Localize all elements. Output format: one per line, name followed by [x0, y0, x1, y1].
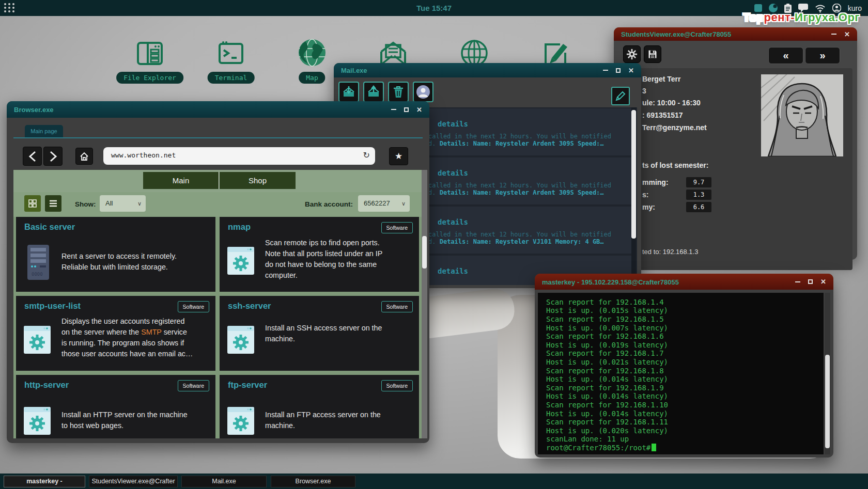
- item-badge: Software: [178, 380, 209, 391]
- url-text[interactable]: www.wortheon.net: [111, 151, 176, 159]
- url-bar[interactable]: www.wortheon.net ↻: [103, 147, 375, 165]
- terminal-titlebar[interactable]: masterkey - 195.102.229.158@Crafter78055…: [535, 274, 833, 290]
- terminal-scrollbar[interactable]: [825, 293, 830, 454]
- grade-label: my:: [642, 203, 655, 211]
- shop-item-nmap[interactable]: nmap Software Scan remote ips to find op…: [220, 217, 419, 292]
- terminal-scroll-thumb[interactable]: [825, 355, 830, 448]
- grade-value: 9.7: [686, 177, 711, 187]
- browser-scroll-thumb[interactable]: [422, 236, 427, 269]
- compose-button[interactable]: [611, 87, 630, 105]
- site-tab-shop[interactable]: Shop: [220, 172, 296, 189]
- forward-button[interactable]: [43, 147, 63, 166]
- file-explorer-icon[interactable]: [134, 37, 166, 69]
- shop-item-ssh-server[interactable]: ssh-server Software Install an SSH acces…: [220, 296, 419, 371]
- item-desc-line: Rent a server to access it remotely.: [61, 251, 210, 262]
- save-button[interactable]: [644, 45, 661, 63]
- mail-send-button[interactable]: [363, 82, 384, 102]
- terminal-line: Host is up. (0.014s latency): [546, 409, 668, 418]
- item-desc-line: Note that all ports listed under an IP: [265, 248, 414, 259]
- item-desc-line: machine.: [265, 334, 414, 344]
- back-button[interactable]: [23, 147, 42, 166]
- home-button[interactable]: [75, 148, 93, 165]
- shop-item-basic-server[interactable]: Basic server 0000 Rent a server to acces…: [16, 217, 215, 292]
- shop-item-smtp-user-list[interactable]: smtp-user-list Software Displays the use…: [16, 296, 215, 371]
- student-email: Terr@genzyme.net: [642, 123, 707, 132]
- chevron-down-icon: ∨: [137, 195, 142, 212]
- maximize-icon[interactable]: [616, 68, 621, 73]
- save-icon: [647, 49, 658, 59]
- mail-entry-subject[interactable]: details: [438, 120, 468, 128]
- minimize-icon[interactable]: [831, 34, 836, 35]
- close-icon[interactable]: ✕: [628, 67, 634, 74]
- close-icon[interactable]: ✕: [820, 278, 826, 285]
- item-desc-line: Install an HTTP server on the machine: [61, 409, 210, 420]
- mail-entry-subject[interactable]: details: [438, 267, 468, 275]
- students-title: StudentsViewer.exe@Crafter78055: [621, 30, 731, 38]
- shop-item-http-server[interactable]: http-server Software Install an HTTP ser…: [16, 375, 215, 438]
- avatar-icon: [416, 85, 430, 99]
- app-gear-icon: [24, 326, 51, 354]
- reload-icon[interactable]: ↻: [363, 150, 370, 160]
- mail-contacts-button[interactable]: [413, 82, 433, 102]
- mail-entry-subject[interactable]: details: [438, 218, 468, 226]
- browser-title: Browser.exe: [14, 106, 54, 114]
- shop-item-ftp-server[interactable]: ftp-server Software Install an FTP acces…: [220, 375, 419, 438]
- cursor: [652, 444, 656, 451]
- maximize-icon[interactable]: [808, 279, 813, 284]
- gear-icon: [626, 49, 638, 60]
- browser-scrollbar[interactable]: [422, 170, 427, 438]
- mail-entry-subject[interactable]: details: [438, 169, 468, 177]
- minimize-icon[interactable]: [391, 109, 396, 110]
- watermark: Торрент-Игруха.Орг: [743, 11, 860, 24]
- terminal-prompt[interactable]: root@Crafter78055:/root#: [546, 444, 656, 452]
- show-dropdown[interactable]: All∨: [100, 195, 146, 212]
- terminal-line: Host is up. (0.007s latency): [546, 324, 668, 332]
- item-desc-line: Displays the user accounts registered: [61, 316, 210, 327]
- file-explorer-label[interactable]: File Explorer: [116, 72, 183, 84]
- list-view-button[interactable]: [45, 195, 61, 212]
- item-badge: Software: [178, 301, 209, 312]
- terminal-line: Host is up. (0.015s latency): [546, 306, 668, 314]
- taskbar-item-studentsviewer[interactable]: StudentsViewer.exe@Crafter: [89, 476, 178, 487]
- terminal-title: masterkey - 195.102.229.158@Crafter78055: [542, 278, 679, 286]
- minimize-icon[interactable]: [795, 281, 800, 282]
- terminal-line: scanLan done: 11 up: [546, 435, 629, 443]
- back-icon: [28, 151, 37, 162]
- maximize-icon[interactable]: [404, 107, 409, 112]
- grade-label: mming:: [642, 178, 669, 186]
- students-titlebar[interactable]: StudentsViewer.exe@Crafter78055 ✕: [614, 27, 857, 41]
- terminal-output[interactable]: Scan report for 192.168.1.4 Host is up. …: [538, 293, 824, 454]
- mail-receive-button[interactable]: [338, 82, 359, 102]
- app-gear-icon: [227, 407, 254, 435]
- terminal-line: Scan report for 192.168.1.10: [546, 401, 668, 409]
- grid-view-button[interactable]: [24, 195, 41, 212]
- bank-account-dropdown[interactable]: 6562227∨: [358, 195, 410, 212]
- taskbar-item-browser[interactable]: Browser.exe: [271, 476, 355, 487]
- app-gear-icon: [227, 326, 254, 354]
- prev-student-button[interactable]: «: [768, 47, 803, 64]
- taskbar-item-masterkey[interactable]: masterkey -: [4, 476, 85, 487]
- close-icon[interactable]: ✕: [844, 31, 850, 38]
- mail-delete-button[interactable]: [388, 82, 409, 102]
- next-student-button[interactable]: »: [805, 47, 840, 64]
- item-name: Basic server: [24, 222, 75, 232]
- map-label[interactable]: Map: [299, 72, 325, 84]
- close-icon[interactable]: ✕: [416, 106, 422, 113]
- item-desc-line: machine.: [265, 420, 414, 431]
- map-icon[interactable]: [296, 37, 328, 69]
- mail-titlebar[interactable]: Mail.exe ✕: [334, 63, 641, 77]
- terminal-label[interactable]: Terminal: [208, 72, 255, 84]
- item-name: ftp-server: [228, 380, 267, 390]
- settings-button[interactable]: [623, 45, 641, 63]
- minimize-icon[interactable]: [603, 70, 608, 71]
- results-label: ts of lost semester:: [642, 161, 708, 169]
- mail-scrollbar[interactable]: [631, 107, 636, 285]
- browser-titlebar[interactable]: Browser.exe ✕: [7, 101, 429, 118]
- site-tab-main[interactable]: Main: [143, 172, 219, 189]
- bookmark-button[interactable]: ★: [389, 147, 408, 165]
- mail-scroll-thumb[interactable]: [631, 110, 636, 239]
- terminal-icon[interactable]: [215, 37, 247, 69]
- student-phone: : 691351517: [642, 111, 683, 119]
- browser-tab[interactable]: Main page: [25, 125, 63, 137]
- taskbar-item-mail[interactable]: Mail.exe: [181, 476, 267, 487]
